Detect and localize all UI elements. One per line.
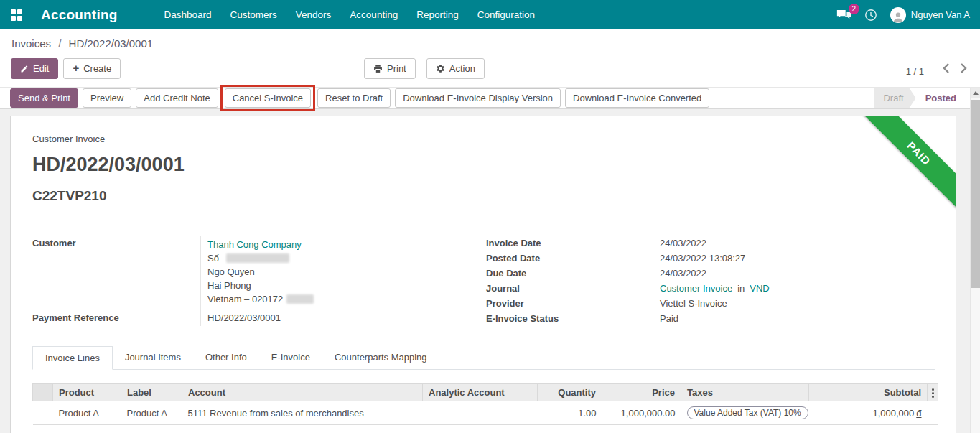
col-product[interactable]: Product	[53, 384, 121, 401]
menu-dashboard[interactable]: Dashboard	[155, 0, 221, 29]
invoice-form-sheet: PAID Customer Invoice HD/2022/03/0001 C2…	[10, 116, 956, 433]
vertical-ellipsis-icon	[932, 388, 934, 398]
paid-ribbon: PAID	[860, 116, 956, 213]
add-credit-note-button[interactable]: Add Credit Note	[136, 88, 218, 108]
cancel-s-invoice-button[interactable]: Cancel S-Invoice	[225, 88, 311, 108]
action-label: Action	[449, 63, 475, 74]
payment-reference-label: Payment Reference	[32, 310, 200, 326]
breadcrumb: Invoices / HD/2022/03/0001	[11, 37, 153, 50]
state-draft[interactable]: Draft	[874, 88, 915, 108]
cell-taxes[interactable]: Value Added Tax (VAT) 10%	[681, 401, 809, 425]
journal-label: Journal	[486, 281, 653, 296]
messages-button[interactable]: 2	[836, 9, 851, 22]
col-analytic-account[interactable]: Analytic Account	[423, 384, 538, 401]
col-price[interactable]: Price	[602, 384, 681, 401]
state-widget: Draft Posted	[874, 88, 966, 108]
breadcrumb-separator: /	[58, 37, 61, 50]
download-einvoice-display-button[interactable]: Download E-Invoice Display Version	[395, 88, 561, 108]
customer-city: Hai Phong	[207, 279, 486, 292]
state-posted[interactable]: Posted	[916, 88, 966, 108]
menu-reporting[interactable]: Reporting	[407, 0, 468, 29]
posted-date-value: 24/03/2022 13:08:27	[653, 251, 933, 266]
invoice-date-value: 24/03/2022	[653, 236, 933, 251]
action-button[interactable]: Action	[426, 58, 485, 79]
tab-other-info[interactable]: Other Info	[193, 346, 259, 370]
col-label[interactable]: Label	[121, 384, 182, 401]
table-header-row: Product Label Account Analytic Account Q…	[33, 384, 938, 401]
apps-menu-button[interactable]	[0, 0, 33, 29]
send-print-button[interactable]: Send & Print	[10, 88, 78, 108]
tab-journal-items[interactable]: Journal Items	[113, 346, 193, 370]
provider-value: Viettel S-Invoice	[653, 296, 933, 311]
pager-previous-button[interactable]	[943, 63, 950, 73]
edit-button[interactable]: Edit	[11, 58, 58, 79]
payment-reference-value: HD/2022/03/0001	[200, 310, 486, 326]
pager-next-button[interactable]	[960, 63, 967, 73]
tab-counterparts-mapping[interactable]: Counterparts Mapping	[322, 346, 439, 370]
journal-value: Customer InvoiceinVND	[653, 281, 933, 296]
chevron-left-icon	[943, 63, 950, 73]
download-einvoice-converted-button[interactable]: Download E-Invoice Converted	[565, 88, 709, 108]
clock-icon	[864, 9, 877, 22]
user-name: Nguyen Van A	[911, 9, 970, 20]
triangle-up-icon	[973, 91, 979, 95]
statusbar: Send & Print Preview Add Credit Note Can…	[0, 87, 980, 109]
menu-configuration[interactable]: Configuration	[468, 0, 544, 29]
posted-date-label: Posted Date	[486, 251, 653, 266]
einvoice-status-value: Paid	[653, 311, 933, 326]
breadcrumb-invoices-link[interactable]: Invoices	[11, 37, 51, 50]
due-date-value: 24/03/2022	[653, 266, 933, 281]
menu-accounting[interactable]: Accounting	[340, 0, 407, 29]
scrollbar-thumb[interactable]	[971, 100, 980, 288]
user-menu[interactable]: Nguyen Van A	[890, 7, 970, 23]
customer-value: Thanh Cong Company Số Ngo Quyen Hai Phon…	[200, 236, 486, 310]
row-selector-cell[interactable]	[33, 401, 53, 425]
customer-name-link[interactable]: Thanh Cong Company	[207, 239, 302, 250]
main-menu: Dashboard Customers Vendors Accounting R…	[155, 0, 545, 29]
cell-analytic-account[interactable]	[423, 401, 538, 425]
left-field-group: Customer Thanh Cong Company Số Ngo Quyen…	[32, 236, 486, 326]
invoice-secondary-reference: C22TVP210	[32, 188, 935, 204]
vertical-scrollbar[interactable]	[970, 88, 980, 433]
journal-in-text: in	[737, 283, 745, 294]
scrollbar-up-button[interactable]	[971, 88, 980, 98]
journal-name-link[interactable]: Customer Invoice	[660, 283, 732, 294]
cell-quantity[interactable]: 1.00	[538, 401, 602, 425]
cell-product[interactable]: Product A	[53, 401, 121, 425]
row-selector-header[interactable]	[33, 384, 53, 401]
print-label: Print	[387, 63, 406, 74]
control-panel: Invoices / HD/2022/03/0001 Edit Create P…	[0, 29, 980, 87]
col-account[interactable]: Account	[182, 384, 423, 401]
cell-account[interactable]: 5111 Revenue from sales of merchandises	[182, 401, 423, 425]
create-label: Create	[83, 63, 111, 74]
menu-vendors[interactable]: Vendors	[286, 0, 341, 29]
col-subtotal[interactable]: Subtotal	[809, 384, 928, 401]
tab-e-invoice[interactable]: E-Invoice	[259, 346, 322, 370]
invoice-line-row[interactable]: Product A Product A 5111 Revenue from sa…	[33, 401, 938, 425]
col-quantity[interactable]: Quantity	[538, 384, 602, 401]
print-button[interactable]: Print	[364, 58, 416, 79]
customer-street-prefix: Số	[207, 253, 219, 264]
due-date-label: Due Date	[486, 266, 653, 281]
main-content-area: PAID Customer Invoice HD/2022/03/0001 C2…	[0, 110, 980, 433]
preview-button[interactable]: Preview	[83, 88, 131, 108]
red-annotation-box: Cancel S-Invoice	[220, 85, 315, 111]
menu-customers[interactable]: Customers	[221, 0, 286, 29]
activities-button[interactable]	[864, 9, 877, 22]
cell-label[interactable]: Product A	[121, 401, 182, 425]
customer-country-zip: Vietnam – 020172	[207, 294, 283, 304]
redacted-street	[226, 253, 289, 263]
journal-currency-link[interactable]: VND	[750, 283, 769, 294]
optional-columns-toggle[interactable]	[928, 384, 938, 401]
reset-to-draft-button[interactable]: Reset to Draft	[317, 88, 391, 108]
customer-label: Customer	[32, 236, 200, 310]
breadcrumb-current: HD/2022/03/0001	[69, 37, 154, 50]
right-field-group: Invoice Date 24/03/2022 Posted Date 24/0…	[486, 236, 933, 326]
printer-icon	[373, 64, 383, 73]
tab-invoice-lines[interactable]: Invoice Lines	[32, 346, 113, 370]
tax-tag[interactable]: Value Added Tax (VAT) 10%	[687, 406, 808, 419]
create-button[interactable]: Create	[63, 58, 121, 79]
cell-subtotal[interactable]: 1,000,000đ	[809, 401, 928, 425]
cell-price[interactable]: 1,000,000.00	[602, 401, 681, 425]
col-taxes[interactable]: Taxes	[681, 384, 809, 401]
